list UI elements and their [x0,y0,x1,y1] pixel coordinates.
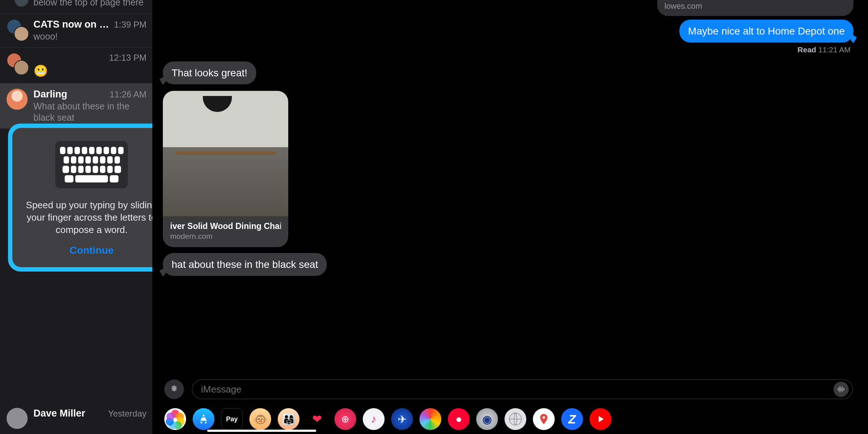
audio-message-icon[interactable] [833,382,849,397]
link-source: lowes.com [664,1,846,11]
avatar [7,19,28,40]
conversation-row[interactable]: CATS now on Zac'... 1:39 PM wooo! [0,14,152,48]
compose-row [153,379,868,404]
conversation-preview: wooo! [33,31,146,42]
youtube-red-app-icon[interactable]: ● [448,408,470,430]
avatar [7,408,28,429]
read-receipt: Read 11:21 AM [797,45,851,54]
stickers-app-icon[interactable]: 👨‍👩‍👧 [278,408,300,430]
app-store-icon[interactable] [164,379,184,399]
conversation-preview: Check out all the memes below the top of… [33,0,146,8]
conversation-row[interactable]: Check out all the memes below the top of… [0,0,152,14]
app-store-app-icon[interactable] [193,408,214,430]
link-preview-incoming[interactable]: iver Solid Wood Dining Chair modern.com [163,91,288,247]
apple-music-app-icon[interactable]: ♪ [363,408,385,430]
avatar [7,89,28,110]
conversation-pane: in Matte Gray Indoor Ceiling Fan and Rem… [153,0,868,434]
conversation-preview: 😬 [33,64,146,78]
memoji-app-icon[interactable]: 🐵 [249,408,271,430]
music-sticker-app-icon[interactable]: ⊕ [334,408,356,430]
conversation-row-selected[interactable]: Darling 11:26 AM What about these in the… [0,84,152,129]
conversations-sidebar: Check out all the memes below the top of… [0,0,153,434]
digital-touch-app-icon[interactable]: ❤ [306,408,328,430]
conversation-time: 1:39 PM [114,20,146,30]
link-title: iver Solid Wood Dining Chair [170,221,281,231]
home-indicator[interactable] [207,430,316,432]
message-bubble-outgoing[interactable]: Maybe nice alt to Home Depot one [679,20,853,43]
avatar [7,53,28,74]
message-input[interactable] [201,384,833,395]
conversation-name: Darling [33,89,67,100]
swipe-typing-tip-popover: Speed up your typing by sliding your fin… [8,124,153,272]
conversation-time: 11:26 AM [110,89,146,100]
tip-text: Speed up your typing by sliding your fin… [21,199,153,236]
link-source: modern.com [170,232,281,241]
photos-app-icon[interactable] [164,408,186,430]
conversation-row[interactable]: Dave Miller Yesterday [0,403,152,434]
globe-app-icon[interactable] [505,408,526,430]
conversation-time: 12:13 PM [109,53,146,63]
conversation-time: Yesterday [108,409,146,419]
apple-pay-app-icon[interactable]: Pay [221,408,243,430]
conversation-row[interactable]: 12:13 PM 😬 [0,48,152,84]
link-image [163,91,288,216]
app-shelf: Pay 🐵 👨‍👩‍👧 ❤ ⊕ ♪ ✈ ● ◉ Z [153,404,868,434]
1password-app-icon[interactable]: ◉ [476,408,498,430]
message-bubble-incoming[interactable]: hat about these in the black seat [163,253,327,276]
conversation-name: Dave Miller [33,408,85,419]
game-pigeon-app-icon[interactable] [419,408,441,430]
google-maps-app-icon[interactable] [533,408,555,430]
conversation-name: CATS now on Zac'... [33,19,114,30]
conversation-preview: What about these in the black seat [33,101,146,124]
continue-button[interactable]: Continue [69,245,113,256]
zillow-app-icon[interactable]: Z [561,408,583,430]
united-app-icon[interactable]: ✈ [391,408,413,430]
link-preview-outgoing[interactable]: in Matte Gray Indoor Ceiling Fan and Rem… [657,0,853,16]
avatar [7,0,28,6]
message-bubble-incoming[interactable]: That looks great! [163,61,256,84]
message-input-wrap[interactable] [192,379,853,399]
svg-point-1 [542,416,545,419]
keyboard-icon [55,141,128,188]
youtube-app-icon[interactable] [590,408,611,430]
